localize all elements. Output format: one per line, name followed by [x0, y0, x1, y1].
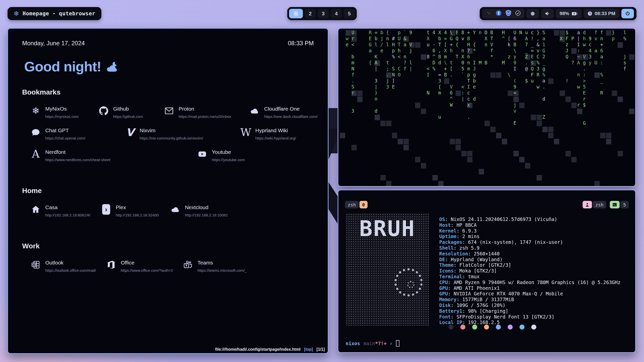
statusbar-url: file:///home/hadi/.config/startpage/inde…: [215, 347, 301, 352]
workspace-5[interactable]: 5: [344, 9, 355, 18]
bookmark-texts: Youtubehttps://youtube.com: [212, 149, 245, 162]
matrix-block: [560, 30, 565, 36]
matrix-block: [467, 157, 472, 162]
check-circle-icon[interactable]: [515, 10, 521, 17]
matrix-glyph: r: [351, 90, 354, 95]
matrix-block: [490, 72, 496, 78]
matrix-glyph: R: [537, 72, 539, 77]
bookmark-url: https://one.dash.cloudflare.com/: [264, 114, 318, 119]
bookmark-youtube[interactable]: Youtubehttps://youtube.com: [197, 149, 245, 162]
bookmark-casa[interactable]: Casahttp://192.168.2.16:8081/#/: [31, 204, 90, 217]
matrix-glyph: g: [473, 72, 476, 77]
matrix-glyph: j: [623, 54, 626, 59]
bookmark-url: https://www.nerdfonts.com/cheat-sheet: [45, 158, 110, 162]
matrix-glyph: c: [467, 97, 470, 101]
matrix-glyph: ]: [392, 78, 395, 83]
matrix-glyph: X: [427, 36, 429, 41]
bookmark-nerdfont[interactable]: ANerdfonthttps://www.nerdfonts.com/cheat…: [31, 149, 110, 162]
matrix-glyph: %: [392, 54, 395, 59]
letter-a-icon: A: [31, 149, 41, 160]
bookmark-texts: Outlookhttps://outlook.office.com/mail/: [45, 259, 96, 273]
battery-widget[interactable]: 98%: [556, 9, 582, 18]
outlook-icon: [31, 259, 41, 270]
matrix-glyph: a: [542, 78, 545, 83]
fetch-line: GPU: AMD ATI Phoenix1: [439, 285, 621, 291]
recorder-dot-button[interactable]: [527, 9, 539, 18]
matrix-block: [450, 139, 455, 144]
matrix-glyph: A: [375, 60, 377, 65]
bookmark-plex[interactable]: ›Plexhttp://192.168.2.16:32400: [101, 204, 159, 217]
matrix-glyph: S: [392, 66, 395, 71]
matrix-block: [629, 109, 634, 114]
fetch-line: Kernel: 6.9.3: [439, 228, 621, 234]
sync-icon[interactable]: [486, 10, 492, 17]
fetch-line: Battery1: 98% [Charging]: [439, 308, 621, 314]
bookmark-url: https://chat.openai.com/: [45, 136, 85, 140]
matrix-glyph: 9: [409, 30, 412, 35]
bookmark-nextcloud[interactable]: Nextcloudhttp://192.168.2.16:10081: [170, 204, 228, 217]
fetch-line: Font: SFProDisplay Nerd Font 13 [GTK2/3]: [439, 314, 621, 320]
volume-button[interactable]: [541, 9, 554, 18]
matrix-glyph: =: [513, 90, 516, 95]
bookmark-chat-gpt[interactable]: Chat GPThttps://chat.openai.com/: [31, 127, 85, 140]
ascii-art-title: BRUH: [346, 216, 429, 241]
matrix-glyph: w: [346, 36, 348, 41]
bookmark-outlook[interactable]: Outlookhttps://outlook.office.com/mail/: [31, 259, 96, 273]
matrix-glyph: ?: [467, 48, 470, 53]
tmux-segment-terminal-prompt: [610, 201, 620, 208]
clock-widget[interactable]: 08:33 PM: [584, 9, 619, 18]
bookmark-name: Github: [113, 106, 143, 112]
matrix-glyph: f: [490, 48, 493, 53]
matrix-glyph: e: [380, 48, 383, 53]
workspace-4[interactable]: 4: [331, 9, 342, 18]
bookmark-proton[interactable]: Protonhttps://mail.proton.me/u/0/inbox: [164, 105, 231, 119]
matrix-glyph: .: [583, 66, 586, 71]
bookmark-nixvim[interactable]: VNixvimhttps://nix-community.github.io/n…: [125, 127, 203, 140]
workspace-1[interactable]: [289, 9, 303, 18]
teams-icon: [183, 259, 193, 270]
fetch-line: Terminal: tmux: [439, 274, 621, 280]
workspace-2[interactable]: 2: [305, 9, 316, 18]
matrix-glyph: A: [577, 60, 580, 65]
matrix-glyph: k: [508, 42, 510, 47]
power-button[interactable]: [621, 9, 634, 18]
bookmark-hyprland-wiki[interactable]: WHyprland Wikihttps://wiki.hyprland.org/: [241, 127, 296, 140]
matrix-glyph: y: [589, 60, 591, 65]
matrix-block: [496, 72, 501, 78]
bookmark-url: https://wiki.hyprland.org/: [255, 136, 296, 140]
shield-icon[interactable]: [506, 10, 511, 17]
fetch-line: CPU: AMD Ryzen 9 7940HS w/ Radeon 780M G…: [439, 280, 621, 285]
matrix-glyph: {: [473, 42, 476, 47]
bookmark-teams[interactable]: Teamshttps://teams.microsoft.com/_: [183, 259, 247, 273]
matrix-glyph: p: [612, 36, 615, 41]
section-bookmarks: Bookmarks❄MyNixOshttps://mynixos.comGith…: [22, 88, 314, 170]
matrix-block: [375, 115, 380, 120]
palette-dot: [508, 325, 513, 330]
matrix-glyph: E: [513, 121, 516, 125]
office-icon: [106, 259, 116, 270]
matrix-glyph: N: [519, 30, 522, 35]
matrix-glyph: T: [398, 42, 400, 47]
bookmark-name: Teams: [197, 260, 247, 266]
bluetooth-icon[interactable]: [496, 10, 502, 17]
matrix-glyph: \: [513, 48, 516, 53]
workspace-3[interactable]: 3: [317, 9, 329, 18]
matrix-block: [537, 121, 542, 126]
matrix-glyph: c: [589, 42, 591, 47]
bookmark-name: Youtube: [212, 149, 245, 155]
matrix-glyph: `: [461, 72, 464, 77]
section-title: Home: [22, 187, 314, 195]
bookmark-github[interactable]: Githubhttps://github.com: [99, 105, 143, 119]
matrix-glyph: ?: [571, 60, 574, 65]
fetch-info: OS: NixOS 24.11.20240612.57d6973 (Vicuña…: [439, 213, 621, 326]
palette-dot: [449, 325, 454, 330]
fetch-line: Disk: 109G / 576G (20%): [439, 302, 621, 308]
matrix-glyph: n: [600, 36, 603, 41]
matrix-glyph: ~: [577, 54, 580, 59]
bookmark-office[interactable]: Officehttps://www.office.com/?auth=2: [106, 259, 173, 273]
prompt-host: nixos: [346, 341, 360, 346]
bookmark-mynixos[interactable]: ❄MyNixOshttps://mynixos.com: [31, 105, 79, 119]
matrix-block: [398, 139, 403, 144]
matrix-glyph: 9: [513, 84, 516, 89]
bookmark-cloudflare-one[interactable]: Cloudflare Onehttps://one.dash.cloudflar…: [250, 105, 318, 119]
